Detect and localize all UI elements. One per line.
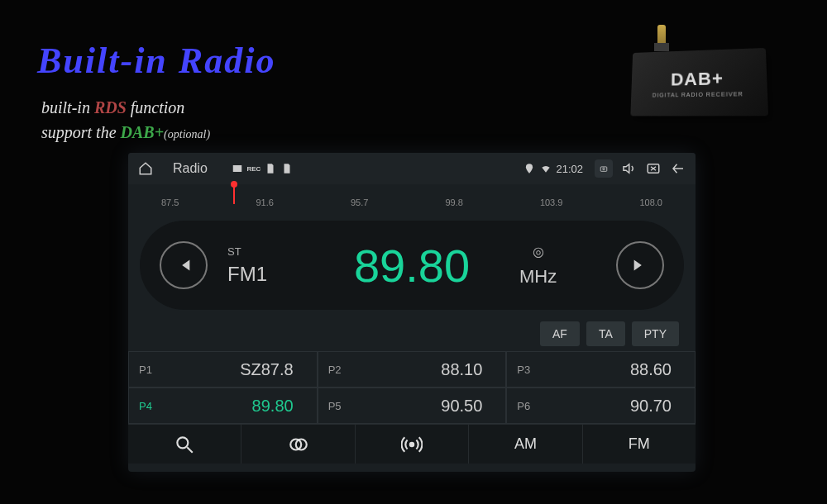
preset-3[interactable]: P3 88.60 — [506, 351, 696, 388]
status-bar: Radio REC 21:02 — [128, 153, 696, 184]
preset-val: 88.60 — [550, 360, 685, 379]
preset-5[interactable]: P5 90.50 — [318, 388, 507, 424]
seek-prev-button[interactable] — [160, 241, 208, 289]
svg-rect-1 — [600, 167, 607, 171]
preset-1[interactable]: P1 SZ87.8 — [128, 351, 318, 388]
pty-button[interactable]: PTY — [632, 321, 679, 346]
dial-tick: 91.6 — [256, 184, 273, 214]
rds-label: RDS — [94, 98, 127, 116]
home-icon[interactable] — [136, 159, 155, 178]
svg-point-7 — [410, 442, 414, 445]
dial-needle — [233, 184, 235, 204]
band-label: FM1 — [227, 263, 344, 286]
status-icons-left: REC — [231, 162, 294, 175]
optional-label: (optional) — [164, 128, 210, 140]
rec-icon: REC — [247, 162, 261, 175]
sd-icon-2 — [280, 162, 294, 175]
preset-num: P6 — [517, 400, 538, 412]
antenna-base — [654, 43, 669, 51]
dab-device-image: DAB+ DIGITAL RADIO RECEIVER — [624, 25, 769, 120]
subtitle-text: built-in — [41, 98, 94, 116]
st-label: ST — [227, 245, 344, 258]
image-icon — [231, 162, 244, 175]
subtitle-text: support the — [41, 123, 121, 141]
dab-label: DAB+ — [121, 123, 165, 141]
preset-4[interactable]: P4 89.80 — [128, 388, 318, 424]
preset-6[interactable]: P6 90.70 — [506, 388, 696, 424]
am-button[interactable]: AM — [469, 425, 582, 464]
stereo-button[interactable] — [241, 425, 355, 464]
seek-next-button[interactable] — [616, 241, 664, 289]
search-button[interactable] — [128, 425, 241, 464]
status-icons-right: 21:02 — [523, 162, 583, 175]
dial-tick: 99.8 — [445, 184, 462, 214]
svg-point-2 — [603, 168, 605, 170]
preset-val: 90.70 — [550, 397, 685, 416]
preset-num: P1 — [139, 364, 160, 376]
volume-icon[interactable] — [619, 159, 638, 178]
svg-point-4 — [178, 437, 189, 448]
dab-box-sublabel: DIGITAL RADIO RECEIVER — [653, 91, 743, 97]
dial-ticks: 87.5 91.6 95.7 99.8 103.9 108.0 — [128, 184, 696, 214]
band-info: ST FM1 — [221, 245, 344, 286]
close-x-icon[interactable] — [644, 159, 662, 178]
wifi-icon — [539, 162, 552, 175]
preset-val: 89.80 — [172, 397, 307, 416]
ta-button[interactable]: TA — [586, 321, 625, 346]
af-button[interactable]: AF — [540, 321, 580, 346]
option-row: AF TA PTY — [128, 310, 696, 351]
preset-num: P2 — [328, 364, 350, 376]
preset-val: 90.50 — [361, 397, 496, 416]
fm-button[interactable]: FM — [583, 425, 696, 464]
clock-time: 21:02 — [556, 163, 583, 175]
preset-grid: P1 SZ87.8 P2 88.10 P3 88.60 P4 89.80 P5 … — [128, 351, 696, 424]
radio-screen: Radio REC 21:02 87.5 91.6 95.7 — [128, 153, 696, 472]
stereo-icon: ◎ — [480, 244, 596, 259]
frequency-value: 89.80 — [344, 239, 480, 292]
unit-info: ◎ MHz — [480, 244, 603, 288]
preset-2[interactable]: P2 88.10 — [318, 351, 507, 388]
page-title: Built-in Radio — [37, 40, 275, 82]
frequency-panel: ST FM1 89.80 ◎ MHz — [140, 221, 684, 310]
dab-receiver-box: DAB+ DIGITAL RADIO RECEIVER — [630, 48, 768, 116]
preset-val: 88.10 — [361, 360, 496, 379]
dial-tick: 108.0 — [639, 184, 662, 214]
dial-tick: 87.5 — [161, 184, 179, 214]
subtitle-text: function — [127, 98, 185, 116]
preset-val: SZ87.8 — [172, 360, 307, 379]
page-subtitle: built-in RDS function support the DAB+(o… — [41, 95, 210, 145]
preset-num: P5 — [328, 400, 350, 412]
preset-num: P4 — [139, 400, 160, 412]
broadcast-button[interactable] — [356, 425, 469, 464]
screenshot-icon[interactable] — [595, 159, 613, 178]
frequency-dial[interactable]: 87.5 91.6 95.7 99.8 103.9 108.0 — [128, 184, 696, 214]
bottom-bar: AM FM — [128, 424, 696, 464]
dial-tick: 95.7 — [351, 184, 368, 214]
location-icon — [523, 162, 536, 175]
svg-rect-0 — [233, 165, 242, 172]
back-icon[interactable] — [669, 159, 687, 178]
dab-box-label: DAB+ — [671, 68, 724, 90]
sd-icon — [264, 162, 277, 175]
preset-num: P3 — [517, 364, 538, 376]
app-title: Radio — [173, 161, 208, 176]
dial-tick: 103.9 — [540, 184, 563, 214]
unit-label: MHz — [480, 266, 596, 288]
